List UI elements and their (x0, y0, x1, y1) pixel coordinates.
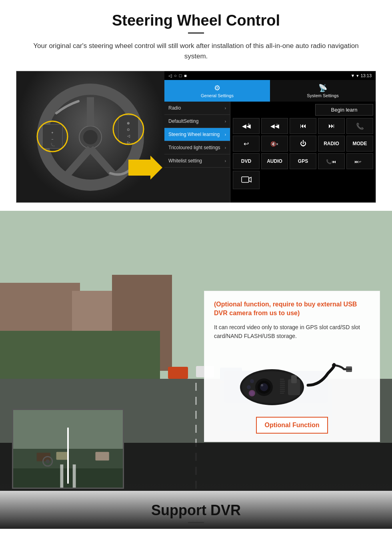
ctrl-dvr-icon[interactable] (233, 171, 260, 189)
svg-rect-44 (13, 468, 123, 488)
dvr-preview-image (12, 409, 124, 489)
gear-icon: ⚙ (214, 84, 220, 92)
menu-item-default[interactable]: DefaultSetting › (164, 115, 230, 128)
ctrl-radio[interactable]: RADIO (318, 136, 345, 152)
dvr-camera-svg (232, 349, 352, 409)
statusbar-nav-icons: ◁ ○ □ ■ (168, 73, 187, 78)
chevron-icon: › (225, 106, 226, 110)
ctrl-phone[interactable]: 📞 (346, 118, 373, 134)
menu-item-whitelist[interactable]: Whitelist setting › (164, 154, 230, 168)
statusbar-status: ▼ ▾ 13:13 (351, 73, 372, 78)
demo-panel: + − 📞 ⊕ ⊙ ◁ ▷ (16, 71, 376, 203)
ctrl-back[interactable]: ↩ (233, 136, 260, 152)
home-icon[interactable]: ○ (174, 73, 177, 78)
dvr-divider (188, 522, 204, 523)
ctrl-vol-down[interactable]: ◀◀− (261, 118, 288, 134)
tab-general-settings[interactable]: ⚙ General Settings (164, 80, 270, 102)
dvr-info-card: (Optional function, require to buy exter… (204, 291, 380, 442)
menu-steering-label: Steering Wheel learning (168, 132, 220, 137)
svg-point-63 (247, 385, 251, 389)
dvr-optional-text: (Optional function, require to buy exter… (214, 300, 370, 318)
arrow-overlay (128, 154, 164, 183)
begin-learn-button[interactable]: Begin learn (315, 104, 373, 116)
ctrl-mute[interactable]: 🔇× (261, 136, 288, 152)
ctrl-mode[interactable]: MODE (346, 136, 373, 152)
ctrl-prev-track[interactable]: ⏮ (290, 118, 316, 134)
svg-point-64 (249, 390, 255, 396)
ctrl-next-back[interactable]: ⏭↩ (346, 153, 373, 169)
tab-system-settings[interactable]: 📡 System Settings (270, 80, 376, 102)
optional-function-button[interactable]: Optional Function (256, 417, 328, 434)
svg-text:🔇: 🔇 (270, 141, 276, 147)
svg-rect-48 (56, 452, 68, 460)
chevron-icon: › (225, 146, 226, 150)
svg-line-5 (90, 148, 115, 176)
system-icon: 📡 (318, 84, 327, 92)
signal-icon: ▼ (351, 73, 355, 78)
recents-icon[interactable]: □ (179, 73, 182, 78)
back-icon[interactable]: ◁ (168, 73, 172, 78)
svg-text:⊙: ⊙ (127, 128, 130, 132)
tab-general-label: General Settings (201, 93, 234, 98)
menu-tricolour-label: Tricoloured light settings (168, 145, 220, 150)
svg-text:◁: ◁ (127, 134, 130, 138)
steering-description: Your original car's steering wheel contr… (32, 41, 360, 61)
svg-rect-36 (168, 367, 188, 379)
svg-text:📞: 📞 (50, 142, 55, 147)
svg-rect-50 (96, 452, 109, 461)
menu-item-steering-learning[interactable]: Steering Wheel learning › (164, 128, 230, 141)
ctrl-gps[interactable]: GPS (290, 153, 316, 169)
svg-text:📞⏮: 📞⏮ (326, 159, 336, 164)
svg-text:⏭↩: ⏭↩ (354, 159, 361, 164)
menu-default-label: DefaultSetting (168, 118, 198, 124)
android-tabs: ⚙ General Settings 📡 System Settings (164, 80, 376, 102)
steering-section: Steering Wheel Control Your original car… (0, 0, 392, 211)
svg-text:⊕: ⊕ (127, 121, 130, 125)
ctrl-phone-prev[interactable]: 📞⏮ (318, 153, 345, 169)
svg-rect-45 (60, 464, 63, 488)
svg-line-4 (66, 148, 90, 176)
statusbar-time: 13:13 (360, 73, 372, 78)
tab-system-label: System Settings (307, 93, 338, 98)
wifi-icon: ▾ (356, 73, 359, 78)
svg-rect-66 (291, 375, 297, 383)
android-content: Radio › DefaultSetting › Steering Wheel … (164, 102, 376, 202)
dvr-section: Support DVR (Optional (0, 211, 392, 529)
svg-text:+: + (51, 131, 53, 135)
svg-rect-49 (74, 454, 90, 463)
record-icon[interactable]: ■ (184, 73, 187, 78)
svg-marker-17 (128, 156, 162, 180)
begin-learn-row: Begin learn (233, 104, 373, 116)
steering-wheel-area: + − 📞 ⊕ ⊙ ◁ ▷ (16, 71, 164, 203)
ctrl-vol-up[interactable]: ◀◀+ (233, 118, 260, 134)
chevron-icon: › (225, 159, 226, 163)
ctrl-dvd[interactable]: DVD (233, 153, 260, 169)
dvr-camera-illustration (214, 347, 370, 411)
menu-item-tricolour[interactable]: Tricoloured light settings › (164, 141, 230, 154)
menu-item-radio[interactable]: Radio › (164, 102, 230, 115)
dvr-description: It can record video only to storage in G… (214, 323, 370, 341)
steering-title: Steering Wheel Control (16, 12, 376, 29)
svg-text:−: − (51, 137, 53, 141)
settings-menu: Radio › DefaultSetting › Steering Wheel … (164, 102, 230, 202)
chevron-icon: › (225, 119, 226, 124)
svg-text:−: − (276, 122, 278, 126)
dvr-title: Support DVR (0, 502, 392, 519)
dvr-title-area: Support DVR (0, 491, 392, 529)
svg-point-52 (46, 459, 50, 463)
dvr-preview-svg (13, 409, 123, 489)
svg-text:×: × (276, 142, 278, 146)
menu-radio-label: Radio (168, 105, 181, 111)
ctrl-power[interactable]: ⏻ (290, 136, 316, 152)
svg-marker-27 (249, 177, 251, 182)
ctrl-next-track[interactable]: ⏭ (318, 118, 345, 134)
android-ui-panel: ◁ ○ □ ■ ▼ ▾ 13:13 ⚙ General Settings (164, 71, 376, 202)
ctrl-audio[interactable]: AUDIO (261, 153, 288, 169)
control-buttons-grid: ◀◀+ ◀◀− ⏮ ⏭ 📞 ↩ 🔇× ⏻ (233, 118, 373, 189)
android-statusbar: ◁ ○ □ ■ ▼ ▾ 13:13 (164, 71, 376, 80)
dvr-preview-inner (13, 410, 123, 488)
svg-point-61 (250, 379, 254, 383)
svg-point-2 (83, 130, 98, 144)
svg-rect-26 (242, 177, 249, 182)
title-divider (188, 32, 204, 34)
